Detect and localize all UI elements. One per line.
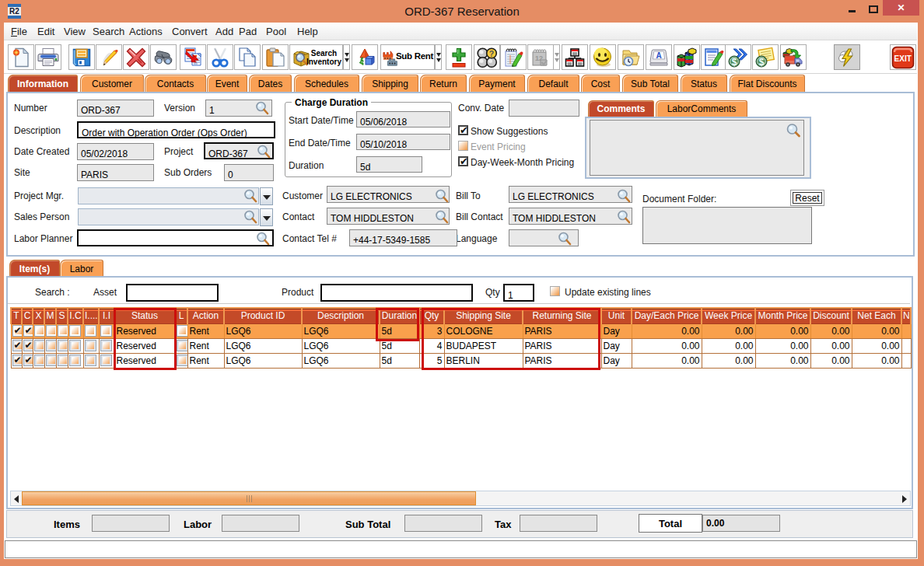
svg-text:EXIT: EXIT bbox=[894, 54, 912, 62]
svg-text:$: $ bbox=[759, 56, 765, 67]
svg-text:?: ? bbox=[489, 48, 494, 58]
svg-text:$: $ bbox=[732, 56, 737, 67]
svg-text:A: A bbox=[656, 51, 662, 59]
